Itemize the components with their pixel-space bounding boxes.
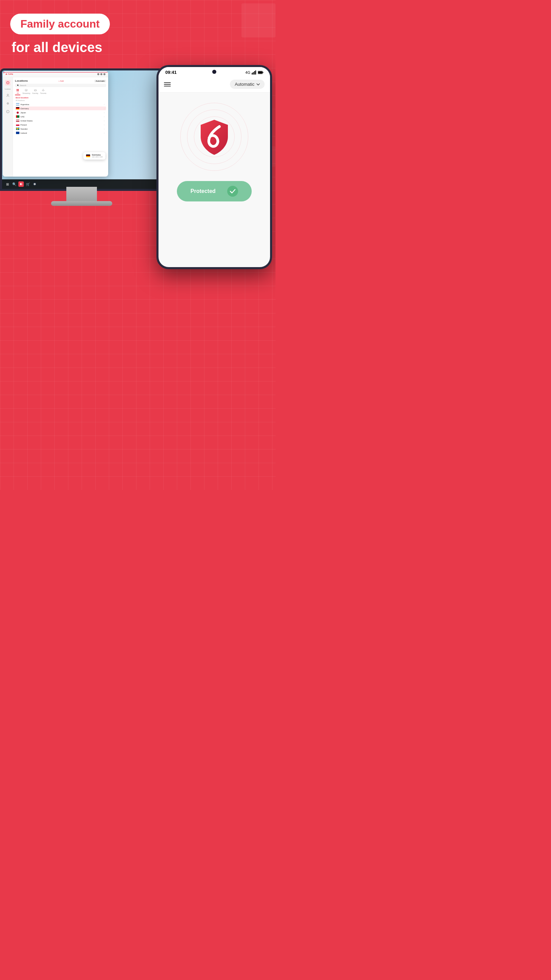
header-section: Family account for all devices xyxy=(0,0,275,62)
country-item-poland[interactable]: Poland ☆ xyxy=(15,123,106,127)
monitor-screen: ⊕ 7VPN Locations xyxy=(2,70,161,189)
svg-rect-29 xyxy=(253,72,254,75)
locations-header: Locations + Add Automatic xyxy=(15,79,106,82)
locations-title: Locations xyxy=(15,79,28,82)
star-argentina[interactable]: ☆ xyxy=(103,103,105,105)
country-item-uae[interactable]: UAE ☆ xyxy=(15,115,106,118)
star-germany[interactable]: ☆ xyxy=(103,107,105,110)
flag-argentina xyxy=(16,103,19,105)
svg-point-22 xyxy=(36,90,36,91)
protected-button[interactable]: Protected xyxy=(177,181,252,202)
connection-info: Germany 192.168.0.100 xyxy=(92,154,103,158)
svg-rect-19 xyxy=(34,89,36,91)
country-name-poland: Poland xyxy=(21,124,102,126)
star-sweden[interactable]: ☆ xyxy=(103,127,105,130)
svg-marker-24 xyxy=(42,89,44,91)
connection-ip: 192.168.0.100 xyxy=(92,156,103,158)
svg-point-27 xyxy=(34,183,36,185)
taskbar-search[interactable]: 🔍 xyxy=(11,181,17,187)
sidebar-settings-icon[interactable] xyxy=(5,101,11,106)
svg-rect-15 xyxy=(17,90,18,91)
tab-streaming[interactable]: Streaming xyxy=(22,89,30,95)
svg-rect-30 xyxy=(254,71,255,75)
country-item-germany[interactable]: Germany ☆ xyxy=(15,107,106,110)
star-japan[interactable]: ☆ xyxy=(103,111,105,114)
flag-uae xyxy=(16,115,19,118)
menu-line xyxy=(164,86,171,86)
country-name-us: United States xyxy=(21,120,102,122)
add-button[interactable]: + Add xyxy=(59,80,64,82)
svg-line-12 xyxy=(18,86,19,86)
badge-text: Family account xyxy=(21,18,100,30)
filter-tabs: All Streaming xyxy=(15,89,106,95)
sidebar-info-icon[interactable]: i xyxy=(5,109,11,115)
tab-gaming[interactable]: Gaming xyxy=(32,89,38,95)
vpn-logo: ⊕ 7VPN xyxy=(5,73,13,75)
star-iceland[interactable]: ☆ xyxy=(103,132,105,134)
battery-icon xyxy=(258,70,263,75)
country-name-germany: Germany xyxy=(21,108,102,110)
sidebar-locations-icon[interactable] xyxy=(5,80,11,86)
tab-all[interactable]: All xyxy=(15,89,21,95)
country-item-us[interactable]: United States ☆ xyxy=(15,119,106,123)
country-name-argentina: Argentina xyxy=(21,103,102,105)
country-item-iceland[interactable]: Iceland ☆ xyxy=(15,131,106,135)
svg-marker-18 xyxy=(26,90,27,91)
svg-point-23 xyxy=(36,90,37,91)
svg-rect-16 xyxy=(18,90,19,91)
connection-popup: Germany 192.168.0.100 xyxy=(83,152,105,159)
flag-iceland xyxy=(16,132,19,134)
flag-us xyxy=(16,119,19,122)
maximize-button[interactable] xyxy=(100,73,102,75)
devices-section: ⊕ 7VPN Locations xyxy=(0,58,275,324)
country-item-japan[interactable]: Japan ☆ xyxy=(15,111,106,115)
shield-container xyxy=(177,99,252,174)
phone-app-header: Automatic xyxy=(159,76,270,92)
search-bar[interactable]: Search xyxy=(15,84,106,87)
status-icons: 4G xyxy=(245,70,263,75)
country-item-sweden[interactable]: Sweden ☆ xyxy=(15,127,106,130)
vpn-app-window[interactable]: ⊕ 7VPN Locations xyxy=(3,71,108,177)
protected-label: Protected xyxy=(191,188,216,194)
auto-dropdown[interactable]: Automatic xyxy=(230,80,265,89)
desktop-mockup: ⊕ 7VPN Locations xyxy=(0,62,170,205)
taskbar-app1[interactable] xyxy=(18,181,24,187)
automatic-dropdown[interactable]: Automatic xyxy=(94,80,106,82)
taskbar-steam[interactable] xyxy=(32,181,37,187)
menu-line xyxy=(164,84,171,85)
search-placeholder: Search xyxy=(20,84,26,86)
chevron-down-icon xyxy=(256,83,260,86)
svg-rect-33 xyxy=(263,72,263,73)
star-poland[interactable]: ☆ xyxy=(103,124,105,126)
minimize-button[interactable] xyxy=(97,73,99,75)
vpn-body: Locations i xyxy=(3,77,108,177)
star-us[interactable]: ☆ xyxy=(103,119,105,122)
svg-rect-13 xyxy=(17,89,18,90)
tab-torrents[interactable]: Torrents xyxy=(40,89,46,95)
country-name-uae: UAE xyxy=(21,116,102,118)
svg-point-8 xyxy=(8,103,8,104)
auto-label: Automatic xyxy=(235,82,254,87)
all-locations-label: All locations xyxy=(15,99,106,102)
family-badge: Family account xyxy=(10,14,110,34)
svg-rect-31 xyxy=(256,70,256,75)
phone-screen: 09:41 4G xyxy=(159,67,270,267)
sidebar-user-icon[interactable] xyxy=(5,92,11,98)
connection-flag xyxy=(86,154,90,157)
monitor-frame: ⊕ 7VPN Locations xyxy=(0,68,163,191)
svg-point-11 xyxy=(17,85,19,86)
signal-bars-icon xyxy=(252,70,256,75)
best-location-label[interactable]: Best location xyxy=(15,97,106,99)
vpn-sidebar: Locations i xyxy=(3,77,13,177)
country-item-argentina[interactable]: Argentina ☆ xyxy=(15,102,106,106)
star-uae[interactable]: ☆ xyxy=(103,115,105,118)
phone-mockup: 09:41 4G xyxy=(156,65,272,269)
taskbar-start[interactable]: ⊞ xyxy=(5,181,10,187)
svg-rect-34 xyxy=(258,72,262,73)
close-button[interactable] xyxy=(103,73,105,75)
main-shield-icon xyxy=(197,118,231,156)
menu-icon[interactable] xyxy=(164,82,171,86)
country-list: Argentina ☆ Germany ☆ xyxy=(15,102,106,135)
taskbar-store[interactable]: 🛒 xyxy=(25,181,30,187)
phone-vpn-body: Protected xyxy=(159,92,270,208)
